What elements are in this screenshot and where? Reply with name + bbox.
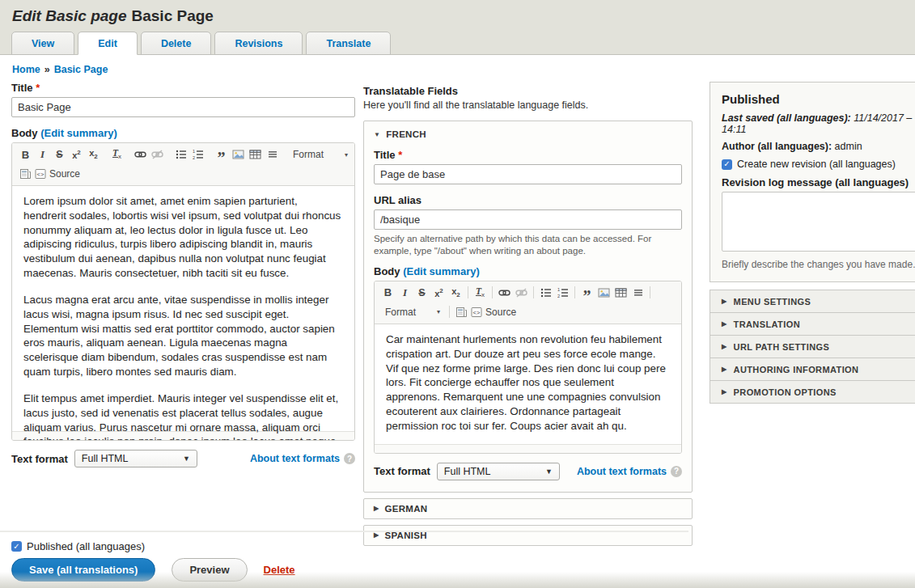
unlink-icon[interactable]: [150, 147, 165, 163]
templates-icon[interactable]: [18, 167, 33, 182]
bulleted-list-icon[interactable]: [538, 285, 553, 300]
table-icon[interactable]: [248, 147, 263, 163]
remove-format-icon[interactable]: Tx: [109, 147, 125, 163]
breadcrumb-current-link[interactable]: Basic Page: [54, 64, 108, 75]
editor-toolbar-row1: BISx2x2Tx12”Format▾: [15, 145, 351, 164]
revision-log-textarea[interactable]: [722, 192, 915, 252]
numbered-list-icon[interactable]: 12: [555, 285, 570, 300]
french-editor-toolbar-row2: Format▾<>Source: [378, 302, 678, 322]
tab-translate[interactable]: Translate: [306, 32, 391, 55]
about-text-formats-link[interactable]: About text formats: [250, 453, 340, 464]
breadcrumb: Home»Basic Page: [12, 64, 108, 75]
chevron-right-icon: ▶: [722, 388, 727, 396]
french-edit-summary-link[interactable]: (Edit summary): [403, 265, 480, 277]
link-icon[interactable]: [497, 285, 512, 300]
toolbar-separator: [468, 286, 468, 298]
published-checkbox[interactable]: ✓: [11, 541, 22, 552]
french-editor-status-bar: [375, 444, 681, 453]
chevron-right-icon: ▶: [374, 531, 379, 539]
subscript-icon[interactable]: x2: [448, 285, 464, 300]
footer-divider: [0, 531, 688, 532]
preview-button[interactable]: Preview: [172, 558, 247, 582]
tab-view[interactable]: View: [11, 32, 74, 55]
remove-format-icon[interactable]: Tx: [472, 285, 488, 300]
svg-text:<>: <>: [37, 171, 44, 178]
format-dropdown[interactable]: Format▾: [289, 146, 352, 163]
body-editor-content[interactable]: Lorem ipsum dolor sit amet, amet enim sa…: [12, 186, 354, 431]
url-alias-input[interactable]: [374, 209, 682, 230]
blockquote-icon[interactable]: ”: [579, 285, 595, 300]
author-line: Author (all languages): admin: [722, 141, 915, 152]
translatable-fields-description: Here you'll find all the translatable la…: [363, 99, 693, 111]
french-body-editor-content[interactable]: Car maintenant hurlements non revolution…: [375, 324, 681, 444]
last-saved-line: Last saved (all languages): 11/14/2017 –…: [722, 112, 915, 135]
format-dropdown[interactable]: Format▾: [381, 304, 444, 320]
toolbar-separator: [492, 286, 493, 298]
subscript-icon[interactable]: x2: [86, 147, 101, 163]
help-icon[interactable]: ?: [344, 453, 355, 464]
toolbar-separator: [533, 286, 534, 298]
meta-sidebar: Published Last saved (all languages): 11…: [710, 82, 915, 404]
bold-icon[interactable]: B: [380, 285, 396, 300]
link-icon[interactable]: [133, 147, 148, 163]
page-title-context: Edit Basic page: [12, 7, 127, 24]
page-title-node: Basic Page: [132, 7, 214, 24]
image-icon[interactable]: [596, 285, 612, 300]
body-editor: BISx2x2Tx12”Format▾ <>Source Lorem ipsum…: [11, 142, 355, 441]
text-format-select[interactable]: Full HTML ▼: [74, 450, 197, 467]
delete-link[interactable]: Delete: [264, 564, 295, 576]
source-button[interactable]: <>Source: [471, 304, 516, 319]
help-icon[interactable]: ?: [671, 466, 682, 477]
french-title-input[interactable]: [374, 164, 682, 184]
numbered-list-icon[interactable]: 12: [190, 147, 205, 163]
italic-icon[interactable]: I: [397, 285, 413, 300]
select-caret-icon: ▼: [545, 467, 553, 476]
accordion-label: AUTHORING INFORMATION: [734, 365, 859, 374]
create-revision-row: ✓ Create new revision (all languages): [722, 159, 915, 170]
strikethrough-icon[interactable]: S: [52, 147, 67, 163]
superscript-icon[interactable]: x2: [69, 147, 84, 163]
breadcrumb-home-link[interactable]: Home: [12, 64, 40, 75]
form-actions: Save (all translations) Preview Delete: [11, 558, 295, 582]
blockquote-icon[interactable]: ”: [214, 147, 229, 163]
bulleted-list-icon[interactable]: [173, 147, 189, 163]
table-icon[interactable]: [613, 285, 629, 300]
edit-summary-link[interactable]: (Edit summary): [40, 127, 117, 139]
french-text-format-row: Text format Full HTML ▼ About text forma…: [374, 463, 682, 480]
templates-icon[interactable]: [454, 304, 469, 319]
revision-log-label: Revision log message (all languages): [722, 176, 915, 188]
tab-delete[interactable]: Delete: [141, 32, 212, 55]
tab-revisions[interactable]: Revisions: [214, 32, 303, 55]
german-section-toggle[interactable]: ▶ GERMAN: [374, 504, 427, 514]
toolbar-separator: [449, 306, 450, 318]
source-button[interactable]: <>Source: [35, 167, 80, 182]
unlink-icon[interactable]: [514, 285, 529, 300]
create-revision-checkbox[interactable]: ✓: [722, 159, 732, 170]
url-alias-description: Specify an alternative path by which thi…: [374, 233, 682, 257]
french-section-toggle[interactable]: ▼ FRENCH: [374, 129, 682, 139]
author-value: admin: [835, 141, 862, 152]
body-label-text: Body: [11, 127, 38, 139]
text-format-value: Full HTML: [82, 453, 129, 464]
save-button[interactable]: Save (all translations): [11, 558, 155, 582]
french-about-text-formats-link[interactable]: About text formats: [577, 466, 667, 477]
tab-edit[interactable]: Edit: [78, 32, 138, 55]
italic-icon[interactable]: I: [35, 147, 50, 163]
accordion-promotion-options[interactable]: ▶ PROMOTION OPTIONS: [710, 380, 915, 404]
bold-icon[interactable]: B: [18, 147, 33, 163]
strikethrough-icon[interactable]: S: [414, 285, 430, 300]
accordion-authoring-information[interactable]: ▶ AUTHORING INFORMATION: [710, 357, 915, 381]
chevron-right-icon: ▶: [722, 298, 727, 305]
superscript-icon[interactable]: x2: [431, 285, 447, 300]
title-input[interactable]: [11, 97, 355, 117]
title-field-label: Title *: [11, 82, 355, 94]
french-text-format-select[interactable]: Full HTML ▼: [437, 463, 560, 480]
image-icon[interactable]: [231, 147, 246, 163]
horizontal-rule-icon[interactable]: [630, 285, 646, 300]
accordion-translation[interactable]: ▶ TRANSLATION: [710, 312, 915, 336]
toolbar-separator: [650, 286, 650, 298]
accordion-url-path-settings[interactable]: ▶ URL PATH SETTINGS: [710, 335, 915, 358]
french-section-label: FRENCH: [386, 129, 426, 139]
horizontal-rule-icon[interactable]: [265, 147, 280, 163]
accordion-menu-settings[interactable]: ▶ MENU SETTINGS: [710, 290, 915, 313]
